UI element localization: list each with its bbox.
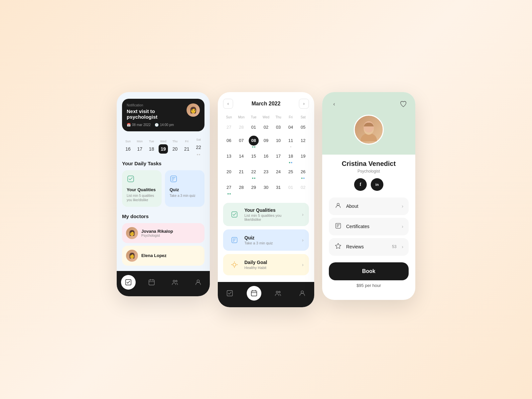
- cal-day-11[interactable]: 11: [285, 134, 297, 149]
- menu-reviews[interactable]: Reviews 53 ›: [329, 238, 409, 256]
- phone2-nav-tasks[interactable]: [222, 286, 237, 301]
- qualities-title: Your Qualities: [127, 187, 157, 192]
- week-day-sat[interactable]: Sat 22: [194, 138, 203, 155]
- phone3-header: ‹: [322, 92, 415, 155]
- task-qualities-text: Your Qualities List min 5 qualities you …: [244, 207, 298, 221]
- week-day-thu[interactable]: Thu 20: [170, 140, 180, 154]
- cal-day-23[interactable]: 23: [260, 166, 272, 181]
- task-qualities-icon: [228, 208, 240, 220]
- cal-day-14[interactable]: 14: [235, 150, 247, 165]
- doctor-profile-avatar: [354, 115, 384, 145]
- phone-1: Notification Next visit to psychologist …: [117, 92, 210, 296]
- cal-day-27-prev[interactable]: 27: [223, 121, 235, 134]
- cal-day-13[interactable]: 13: [223, 150, 235, 165]
- cal-day-12[interactable]: 12: [297, 134, 309, 149]
- cal-day-02-next[interactable]: 02: [297, 181, 309, 196]
- profile-menu: About › Certificates › Reviews 53: [329, 198, 409, 256]
- week-day-mon[interactable]: Mon 17: [135, 140, 144, 154]
- cal-header-mon: Mon: [235, 114, 247, 120]
- book-button[interactable]: Book: [329, 262, 409, 280]
- cal-day-24[interactable]: 24: [273, 166, 284, 181]
- cal-day-07[interactable]: 07: [235, 134, 247, 149]
- doctor-name-2: Elena Lopez: [141, 253, 167, 258]
- tasks-section-title: Your Daily Tasks: [122, 161, 204, 166]
- task-card-quiz[interactable]: Quiz Take a 3 min quiz: [165, 170, 204, 207]
- task-qualities-arrow: ›: [302, 212, 304, 217]
- week-strip: Sun 16 Mon 17 Tue 18 Wed 19 Thu 20: [122, 138, 204, 155]
- cal-day-29[interactable]: 29: [248, 181, 259, 196]
- cal-day-25[interactable]: 25: [285, 166, 297, 181]
- week-day-fri[interactable]: Fri 21: [182, 140, 192, 154]
- cal-day-02[interactable]: 02: [260, 121, 272, 134]
- about-label: About: [346, 203, 398, 209]
- menu-certificates[interactable]: Certificates ›: [329, 218, 409, 235]
- cal-day-03[interactable]: 03: [273, 121, 284, 134]
- cal-day-16[interactable]: 16: [260, 150, 272, 165]
- tasks-row: Your Qualities List min 5 qualities you …: [122, 170, 204, 207]
- cal-day-20[interactable]: 20: [223, 166, 235, 181]
- cal-day-18[interactable]: 18: [285, 150, 297, 165]
- cal-day-26[interactable]: 26: [297, 166, 309, 181]
- cal-day-21[interactable]: 21: [235, 166, 247, 181]
- cal-day-10[interactable]: 10: [273, 134, 284, 149]
- certificates-arrow: ›: [402, 224, 403, 229]
- cal-day-15[interactable]: 15: [248, 150, 259, 165]
- cal-day-01-next[interactable]: 01: [285, 181, 297, 196]
- book-section: Book $95 per hour: [329, 262, 409, 295]
- task-quiz-text: Quiz Take a 3 min quiz: [244, 235, 298, 245]
- phone2-nav-profile[interactable]: [295, 286, 310, 301]
- week-day-tue[interactable]: Tue 18: [147, 140, 156, 154]
- linkedin-btn[interactable]: in: [371, 178, 383, 191]
- cal-next-btn[interactable]: ›: [299, 99, 309, 109]
- phone2-nav-people[interactable]: [271, 286, 285, 301]
- task-item-daily-goal[interactable]: Daily Goal Healthy Habit ›: [223, 254, 309, 275]
- cal-day-09[interactable]: 09: [260, 134, 272, 149]
- notif-label: Notification: [127, 103, 187, 107]
- back-btn[interactable]: ‹: [329, 99, 339, 109]
- task-item-qualities[interactable]: Your Qualities List min 5 qualities you …: [223, 203, 309, 226]
- quiz-sub: Take a 3 min quiz: [170, 194, 200, 198]
- notif-content: Notification Next visit to psychologist …: [127, 103, 187, 127]
- cal-day-05[interactable]: 05: [297, 121, 309, 134]
- phone2-nav-calendar[interactable]: [247, 286, 261, 301]
- cal-header-sun: Sun: [223, 114, 235, 120]
- doctor-card-1[interactable]: 👩 Jovana Rikalop Psychologist: [122, 223, 204, 243]
- facebook-btn[interactable]: f: [354, 178, 367, 191]
- notif-avatar: 👩: [187, 103, 200, 117]
- svg-marker-39: [335, 243, 341, 248]
- cal-day-28[interactable]: 28: [235, 181, 247, 196]
- cal-day-28-prev[interactable]: 28: [235, 121, 247, 134]
- cal-day-08[interactable]: 08: [248, 134, 259, 149]
- cal-day-01[interactable]: 01: [248, 121, 259, 134]
- cal-day-31[interactable]: 31: [273, 181, 284, 196]
- cal-day-04[interactable]: 04: [285, 121, 297, 134]
- notif-time: 🕐 14:00 pm: [155, 123, 174, 127]
- cal-day-30[interactable]: 30: [260, 181, 272, 196]
- nav-calendar[interactable]: [144, 275, 159, 290]
- cal-day-17[interactable]: 17: [273, 150, 284, 165]
- cal-day-06[interactable]: 06: [223, 134, 235, 149]
- favorite-btn[interactable]: [398, 99, 409, 109]
- svg-point-28: [276, 291, 278, 293]
- notif-title: Next visit to psychologist: [127, 108, 187, 120]
- cal-day-22[interactable]: 22: [248, 166, 259, 181]
- cal-day-19[interactable]: 19: [297, 150, 309, 165]
- task-item-quiz[interactable]: Quiz Take a 3 min quiz ›: [223, 229, 309, 251]
- cal-prev-btn[interactable]: ‹: [223, 99, 233, 109]
- about-arrow: ›: [402, 203, 403, 209]
- week-day-wed[interactable]: Wed 19: [159, 140, 168, 154]
- doctor-card-2[interactable]: 👩 Elena Lopez: [122, 246, 204, 266]
- menu-about[interactable]: About ›: [329, 198, 409, 215]
- cal-title: March 2022: [251, 101, 280, 107]
- svg-point-10: [173, 280, 175, 282]
- notification-card[interactable]: Notification Next visit to psychologist …: [122, 99, 204, 131]
- nav-people[interactable]: [168, 275, 182, 290]
- nav-profile[interactable]: [191, 275, 205, 290]
- phones-container: Notification Next visit to psychologist …: [117, 92, 415, 307]
- task-card-qualities[interactable]: Your Qualities List min 5 qualities you …: [122, 170, 162, 207]
- calendar-icon: 📅: [127, 123, 131, 127]
- svg-rect-24: [251, 291, 257, 296]
- cal-day-27[interactable]: 27: [223, 181, 235, 196]
- nav-tasks[interactable]: [121, 275, 136, 290]
- week-day-sun[interactable]: Sun 16: [123, 140, 133, 154]
